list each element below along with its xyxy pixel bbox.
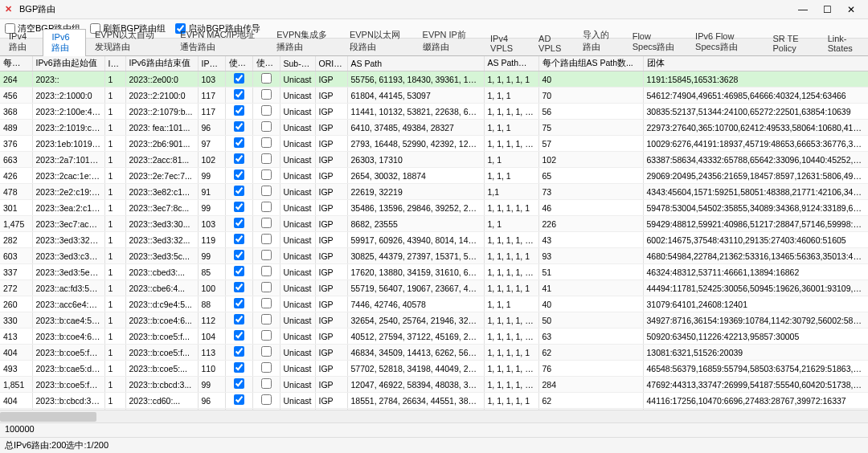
use-session-checkbox[interactable] xyxy=(234,394,244,405)
enable-l-checkbox[interactable] xyxy=(261,266,272,276)
tab-8[interactable]: AD VPLS xyxy=(530,31,574,55)
use-session-checkbox[interactable] xyxy=(234,186,244,196)
use-session-checkbox[interactable] xyxy=(234,234,244,244)
enable-l-checkbox[interactable] xyxy=(261,298,272,308)
use-session-checkbox[interactable] xyxy=(234,121,244,132)
table-row[interactable]: 4562023::2:1000:012023::2:2100:0117Unica… xyxy=(0,88,868,104)
use-session-checkbox[interactable] xyxy=(234,153,244,164)
table-row[interactable]: 2722023::ac:fd3:5edbf:...12023::cbe6:4..… xyxy=(0,280,868,296)
enable-l-checkbox[interactable] xyxy=(261,73,272,84)
tab-10[interactable]: Flow Specs路由 xyxy=(624,28,686,55)
use-session-checkbox[interactable] xyxy=(234,330,244,341)
table-row[interactable]: 4892023::2:1019:c00012023: fea::101...96… xyxy=(0,120,868,136)
tab-12[interactable]: SR TE Policy xyxy=(764,31,818,55)
table-row[interactable]: 4932023::b:cae5:d5fdef:4...12023::b:coe5… xyxy=(0,361,868,377)
enable-l-checkbox[interactable] xyxy=(261,186,272,196)
table-row[interactable]: 3762023:1eb:1019:c00012023::2b6:901...97… xyxy=(0,136,868,152)
use-session-checkbox[interactable] xyxy=(234,314,244,324)
use-session-checkbox[interactable] xyxy=(234,346,244,357)
tab-1[interactable]: IPv6路由 xyxy=(43,29,85,56)
maximize-button[interactable]: ☐ xyxy=(815,2,839,18)
column-header[interactable]: Sub-AFI xyxy=(280,56,315,71)
enable-l-checkbox[interactable] xyxy=(261,394,272,405)
table-row[interactable]: 2602023::acc6e4:5edbf...12023::d:c9e4:5.… xyxy=(0,296,868,312)
column-header[interactable]: 每个会话... xyxy=(0,56,32,71)
cell xyxy=(252,312,280,329)
table-row[interactable]: 4042023::b:coe5:f6254f...12023::b:coe5:f… xyxy=(0,345,868,361)
use-session-checkbox[interactable] xyxy=(234,73,244,84)
enable-l-checkbox[interactable] xyxy=(261,378,272,389)
cell xyxy=(225,345,252,361)
column-header[interactable]: ORIGIN xyxy=(315,56,347,71)
enable-l-checkbox[interactable] xyxy=(261,330,272,341)
tab-3[interactable]: EVPN MAC/IP地址通告路由 xyxy=(171,26,268,55)
enable-l-checkbox[interactable] xyxy=(261,346,272,357)
cell: 264 xyxy=(0,71,32,88)
table-row[interactable]: 6632023::2a7:1019:c00012023::2acc:81...1… xyxy=(0,152,868,168)
tab-9[interactable]: 导入的路由 xyxy=(574,26,623,55)
enable-l-checkbox[interactable] xyxy=(261,362,272,373)
use-session-checkbox[interactable] xyxy=(234,202,244,212)
enable-l-checkbox[interactable] xyxy=(261,137,272,148)
column-header[interactable]: AS Path跳变步长 xyxy=(484,56,538,71)
table-row[interactable]: 4132023::b:coe4:6025f4...12023::b:coe5:f… xyxy=(0,329,868,345)
use-session-checkbox[interactable] xyxy=(234,169,244,180)
tab-5[interactable]: EVPN以太网段路由 xyxy=(341,26,414,55)
enable-l-checkbox[interactable] xyxy=(261,234,272,244)
tab-13[interactable]: Link-States xyxy=(819,31,868,55)
table-row[interactable]: 3682023::2:100e:400012023::2:1079:b...11… xyxy=(0,104,868,120)
column-header[interactable]: 使能L... xyxy=(252,56,280,71)
enable-l-checkbox[interactable] xyxy=(261,218,272,228)
use-session-checkbox[interactable] xyxy=(234,282,244,292)
enable-l-checkbox[interactable] xyxy=(261,250,272,260)
column-header[interactable]: 每个路由组AS Path数... xyxy=(538,56,643,71)
close-button[interactable]: ✕ xyxy=(839,2,863,18)
table-row[interactable]: 4262023::2cac:1e:c00012023::2e:7ec:7...9… xyxy=(0,168,868,184)
column-header[interactable]: IPv6... xyxy=(104,56,125,71)
use-session-checkbox[interactable] xyxy=(234,105,244,116)
use-session-checkbox[interactable] xyxy=(234,218,244,228)
tab-11[interactable]: IPv6 Flow Specs路由 xyxy=(686,28,764,55)
table-row[interactable]: 2822023::3ed3:3219:c00012023::3ed3:32...… xyxy=(0,232,868,248)
use-session-checkbox[interactable] xyxy=(234,378,244,389)
table-row[interactable]: 2642023::12023::2e00:0103UnicastIGP55756… xyxy=(0,71,868,88)
minimize-button[interactable]: — xyxy=(791,2,815,18)
table-row[interactable]: 3302023::b:cae4:5edbf:...12023::b:coe4:6… xyxy=(0,312,868,329)
column-header[interactable]: 团体 xyxy=(643,56,868,71)
use-session-checkbox[interactable] xyxy=(234,266,244,276)
table-row[interactable]: 6032023::3ed3:c32d:400012023::3ed3:5c...… xyxy=(0,248,868,264)
table-row[interactable]: 4782023::2e2:c19:c00012023::3e82:c1...91… xyxy=(0,184,868,200)
column-header[interactable]: IPv6路由起始值 xyxy=(32,56,104,71)
tab-0[interactable]: IPv4路由 xyxy=(0,28,43,55)
horizontal-scrollbar[interactable] xyxy=(0,410,868,422)
table-row[interactable]: 4042023::b:cbcd:3ee67:4...12023::cd60:..… xyxy=(0,393,868,409)
cell: IGP xyxy=(315,393,347,409)
enable-l-checkbox[interactable] xyxy=(261,202,272,212)
table-row[interactable]: 1,4752023::3ec7:ac19:c00012023::3ed3:30.… xyxy=(0,216,868,232)
cell: 50 xyxy=(538,312,643,329)
tab-4[interactable]: EVPN集成多播路由 xyxy=(268,26,341,55)
cell: 50920:63450,11226:42213,95857:30005 xyxy=(643,329,868,345)
use-session-checkbox[interactable] xyxy=(234,250,244,260)
table-row[interactable]: 3372023::3ed3:5edbf:4f0012023::cbed3:...… xyxy=(0,264,868,280)
column-header[interactable]: IPv6路由结束值 xyxy=(125,56,198,71)
enable-l-checkbox[interactable] xyxy=(261,169,272,180)
enable-l-checkbox[interactable] xyxy=(261,121,272,132)
enable-l-checkbox[interactable] xyxy=(261,314,272,324)
use-session-checkbox[interactable] xyxy=(234,89,244,100)
enable-l-checkbox[interactable] xyxy=(261,105,272,116)
table-row[interactable]: 3012023::3ea:2:c19:c00012023::3ec7:8c...… xyxy=(0,200,868,216)
enable-l-checkbox[interactable] xyxy=(261,89,272,100)
enable-l-checkbox[interactable] xyxy=(261,282,272,292)
tab-2[interactable]: EVPN以太自动发现路由 xyxy=(86,26,171,55)
column-header[interactable]: AS Path xyxy=(347,56,484,71)
use-session-checkbox[interactable] xyxy=(234,137,244,148)
table-row[interactable]: 1,8512023::b:coe5:f5ee67:4...12023::b:cb… xyxy=(0,377,868,393)
enable-l-checkbox[interactable] xyxy=(261,153,272,164)
column-header[interactable]: 使用会... xyxy=(225,56,252,71)
column-header[interactable]: IPv6... xyxy=(198,56,225,71)
tab-7[interactable]: IPv4 VPLS xyxy=(481,31,530,55)
use-session-checkbox[interactable] xyxy=(234,298,244,308)
use-session-checkbox[interactable] xyxy=(234,362,244,373)
tab-6[interactable]: EVPN IP前缀路由 xyxy=(414,26,482,55)
